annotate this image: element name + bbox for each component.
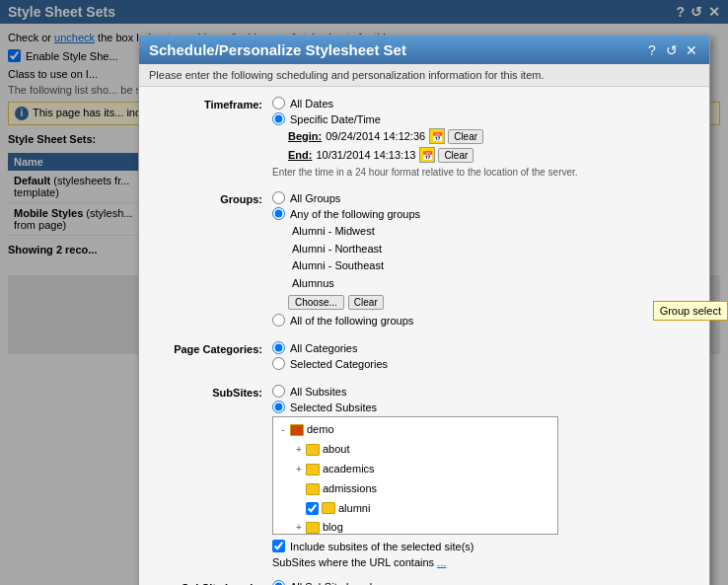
categories-all-radio[interactable] xyxy=(272,341,285,354)
folder-icon-about xyxy=(306,444,320,456)
end-label: End: xyxy=(288,149,312,161)
folder-icon-blog xyxy=(306,522,320,534)
modal-header: Schedule/Personalize Stylesheet Set ? ↺ … xyxy=(139,36,709,64)
groups-row: Groups: All Groups Any of the following … xyxy=(154,191,694,329)
categories-all-label: All Categories xyxy=(290,342,357,354)
group-item-0: Alumni - Midwest xyxy=(292,223,694,241)
end-value: 10/31/2014 14:13:13 xyxy=(316,149,415,161)
folder-icon-demo xyxy=(290,424,304,436)
tree-item-admissions[interactable]: admissions xyxy=(276,479,554,499)
categories-all-row: All Categories xyxy=(272,341,694,354)
tooltip-bubble: Group select xyxy=(653,301,728,321)
tree-expand-about[interactable]: + xyxy=(292,441,306,459)
tree-item-academics[interactable]: + academics xyxy=(276,460,554,479)
modal-close-icon[interactable]: ✕ xyxy=(684,42,699,58)
subsites-row: SubSites: All Subsites Selected Subsites… xyxy=(154,385,694,568)
timeframe-row: Timeframe: All Dates Specific Date/Time … xyxy=(154,97,694,180)
timeframe-label: Timeframe: xyxy=(154,97,272,110)
subsites-where-label: SubSites where the URL contains xyxy=(272,556,434,568)
tree-label-about: about xyxy=(323,440,350,460)
subsites-tree[interactable]: - demo + about + xyxy=(272,416,558,535)
groups-all-following-row: All of the following groups xyxy=(272,314,694,327)
groups-list: Alumni - Midwest Alumni - Northeast Alum… xyxy=(292,223,694,292)
folder-icon-alumni xyxy=(322,502,335,514)
end-row: End: 10/31/2014 14:13:13 📅 Clear xyxy=(288,147,694,163)
subsites-all-label: All Subsites xyxy=(290,386,346,398)
group-item-3: Alumnus xyxy=(292,275,694,293)
modal-refresh-icon[interactable]: ↺ xyxy=(664,42,680,58)
groups-choose-button[interactable]: Choose... xyxy=(288,295,344,310)
timeframe-specific-row: Specific Date/Time xyxy=(272,112,694,125)
page-categories-label: Page Categories: xyxy=(154,341,272,355)
page-categories-row: Page Categories: All Categories Selected… xyxy=(154,341,694,373)
modal-title: Schedule/Personalize Stylesheet Set xyxy=(149,41,406,58)
tooltip-text: Group select xyxy=(660,305,721,317)
timeframe-all-dates-row: All Dates xyxy=(272,97,694,110)
categories-selected-radio[interactable] xyxy=(272,357,285,370)
begin-row: Begin: 09/24/2014 14:12:36 📅 Clear xyxy=(288,128,694,144)
tree-item-demo[interactable]: - demo xyxy=(276,420,554,440)
subsites-all-row: All Subsites xyxy=(272,385,694,398)
modal-body: Timeframe: All Dates Specific Date/Time … xyxy=(139,87,709,585)
groups-actions: Choose... Clear xyxy=(288,295,694,310)
groups-all-row: All Groups xyxy=(272,191,694,204)
subsite-levels-all-label: All SubSite Levels xyxy=(290,581,378,585)
include-subsites-label: Include subsites of the selected site(s) xyxy=(290,541,473,552)
begin-label: Begin: xyxy=(288,130,322,142)
include-subsites-checkbox[interactable] xyxy=(272,540,285,552)
subsites-selected-radio[interactable] xyxy=(272,401,285,413)
tree-label-demo: demo xyxy=(307,420,334,440)
tree-expand-demo[interactable]: - xyxy=(276,421,290,439)
subsites-where-row: SubSites where the URL contains ... xyxy=(272,556,694,568)
tree-checkbox-alumni[interactable] xyxy=(306,502,319,515)
timeframe-all-dates-radio[interactable] xyxy=(272,97,285,110)
groups-any-row: Any of the following groups xyxy=(272,207,694,220)
subsite-levels-all-radio[interactable] xyxy=(272,580,285,585)
groups-clear-button[interactable]: Clear xyxy=(348,295,384,310)
groups-all-label: All Groups xyxy=(290,192,340,204)
tree-label-alumni: alumni xyxy=(338,499,370,519)
subsites-tree-wrapper: - demo + about + xyxy=(272,416,694,535)
groups-all-following-radio[interactable] xyxy=(272,314,285,327)
folder-icon-admissions xyxy=(306,483,320,495)
subsite-levels-label: SubSite Levels: xyxy=(154,580,272,585)
tree-item-about[interactable]: + about xyxy=(276,440,554,460)
begin-clear-button[interactable]: Clear xyxy=(448,129,483,144)
begin-value: 09/24/2014 14:12:36 xyxy=(326,130,425,142)
groups-all-radio[interactable] xyxy=(272,191,285,204)
subsites-where-link[interactable]: ... xyxy=(437,556,446,568)
categories-selected-row: Selected Categories xyxy=(272,357,694,370)
timeframe-specific-label: Specific Date/Time xyxy=(290,113,381,125)
categories-selected-label: Selected Categories xyxy=(290,358,388,370)
begin-cal-icon[interactable]: 📅 xyxy=(429,128,445,144)
modal-subtitle: Please enter the following scheduling an… xyxy=(139,64,709,87)
subsites-content: All Subsites Selected Subsites - demo xyxy=(272,385,694,568)
include-subsites-row: Include subsites of the selected site(s) xyxy=(272,540,694,552)
tree-expand-blog[interactable]: + xyxy=(292,519,306,535)
subsite-levels-row: SubSite Levels: All SubSite Levels xyxy=(154,580,694,585)
groups-any-radio[interactable] xyxy=(272,207,285,220)
tree-item-blog[interactable]: + blog xyxy=(276,518,554,535)
end-clear-button[interactable]: Clear xyxy=(438,148,473,163)
groups-all-following-label: All of the following groups xyxy=(290,315,413,327)
subsites-all-radio[interactable] xyxy=(272,385,285,398)
modal-header-icons: ? ↺ ✕ xyxy=(644,42,699,58)
tree-label-admissions: admissions xyxy=(323,479,377,499)
groups-content: All Groups Any of the following groups A… xyxy=(272,191,694,329)
tree-expand-academics[interactable]: + xyxy=(292,461,306,478)
group-item-2: Alumni - Southeast xyxy=(292,257,694,275)
modal-help-icon[interactable]: ? xyxy=(644,42,660,58)
group-item-1: Alumni - Northeast xyxy=(292,241,694,258)
groups-label: Groups: xyxy=(154,191,272,205)
tree-label-academics: academics xyxy=(323,460,375,479)
subsite-levels-all-row: All SubSite Levels xyxy=(272,580,694,585)
timeframe-specific-radio[interactable] xyxy=(272,112,285,125)
tree-label-blog: blog xyxy=(323,518,343,535)
timeframe-hint: Enter the time in a 24 hour format relat… xyxy=(272,166,694,180)
end-cal-icon[interactable]: 📅 xyxy=(419,147,435,163)
subsites-selected-row: Selected Subsites xyxy=(272,401,694,413)
modal-dialog: Schedule/Personalize Stylesheet Set ? ↺ … xyxy=(138,35,710,585)
groups-any-label: Any of the following groups xyxy=(290,208,420,220)
tree-item-alumni[interactable]: alumni xyxy=(276,499,554,519)
subsites-selected-label: Selected Subsites xyxy=(290,402,377,413)
